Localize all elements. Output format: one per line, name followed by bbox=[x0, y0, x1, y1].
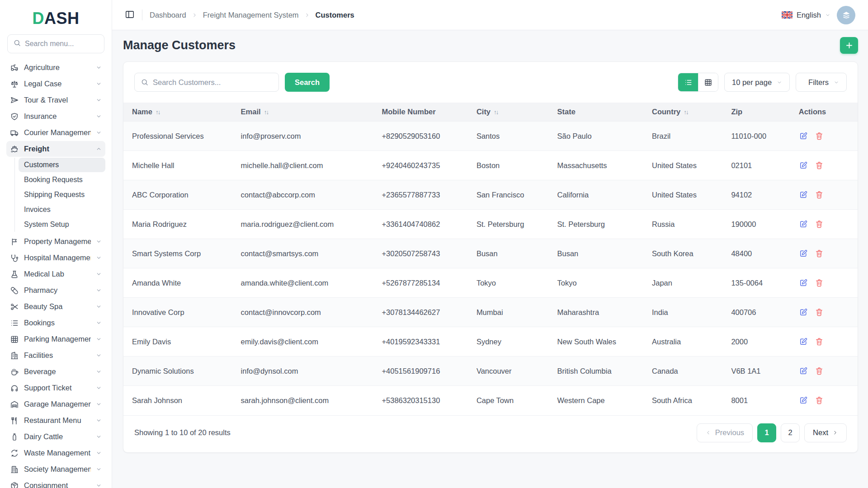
delete-button[interactable] bbox=[815, 396, 824, 405]
edit-icon bbox=[799, 131, 808, 141]
sort-icon[interactable]: ↑↓ bbox=[156, 109, 160, 116]
cell-email: info@proserv.com bbox=[234, 122, 375, 151]
user-avatar[interactable] bbox=[837, 6, 855, 24]
next-page-button[interactable]: Next bbox=[804, 423, 847, 442]
sidebar-item-property-management[interactable]: Property Management bbox=[6, 234, 105, 249]
edit-icon bbox=[799, 337, 808, 346]
sidebar-item-hospital-management[interactable]: Hospital Management bbox=[6, 250, 105, 266]
edit-button[interactable] bbox=[799, 161, 808, 170]
breadcrumb-freight-management-system[interactable]: Freight Management System bbox=[203, 11, 299, 19]
edit-button[interactable] bbox=[799, 249, 808, 258]
box-icon bbox=[10, 481, 19, 488]
edit-button[interactable] bbox=[799, 308, 808, 317]
delete-button[interactable] bbox=[815, 249, 824, 258]
edit-button[interactable] bbox=[799, 366, 808, 375]
grid-view-button[interactable] bbox=[698, 73, 718, 91]
sidebar-item-pharmacy[interactable]: Pharmacy bbox=[6, 282, 105, 298]
page-2-button[interactable]: 2 bbox=[781, 423, 800, 442]
sidebar-item-label: Medical Lab bbox=[24, 270, 91, 278]
sidebar-item-beauty-spa[interactable]: Beauty Spa bbox=[6, 299, 105, 314]
chevron-down-icon bbox=[96, 271, 102, 277]
sidebar-item-courier-management[interactable]: Courier Management bbox=[6, 125, 105, 141]
add-customer-button[interactable] bbox=[840, 37, 858, 54]
customers-search-input[interactable] bbox=[153, 78, 273, 87]
sidebar-item-beverage[interactable]: Beverage bbox=[6, 364, 105, 380]
sidebar-item-agriculture[interactable]: Agriculture bbox=[6, 60, 105, 75]
sidebar-item-support-ticket[interactable]: Support Ticket bbox=[6, 380, 105, 396]
search-button[interactable]: Search bbox=[285, 73, 330, 92]
delete-button[interactable] bbox=[815, 190, 824, 199]
sidebar-item-garage-management[interactable]: Garage Management bbox=[6, 396, 105, 412]
edit-icon bbox=[799, 220, 808, 229]
sidebar-item-dairy-cattle[interactable]: Dairy Cattle bbox=[6, 429, 105, 445]
menu-search-input[interactable] bbox=[25, 40, 99, 48]
sidebar-item-facilities[interactable]: Facilities bbox=[6, 347, 105, 363]
previous-page-button[interactable]: Previous bbox=[697, 423, 753, 442]
edit-button[interactable] bbox=[799, 278, 808, 287]
column-label: City bbox=[476, 108, 491, 116]
delete-button[interactable] bbox=[815, 131, 824, 141]
app-root: DASH AgricultureLegal CaseTour & TravelI… bbox=[0, 0, 868, 488]
sidebar-item-label: Agriculture bbox=[24, 63, 91, 72]
page-1-button[interactable]: 1 bbox=[757, 423, 776, 442]
edit-button[interactable] bbox=[799, 220, 808, 229]
sidebar-subitem-system-setup[interactable]: System Setup bbox=[19, 217, 105, 232]
sort-icon[interactable]: ↑↓ bbox=[264, 109, 269, 116]
language-selector[interactable]: English bbox=[778, 11, 830, 19]
delete-button[interactable] bbox=[815, 337, 824, 346]
edit-button[interactable] bbox=[799, 190, 808, 199]
delete-button[interactable] bbox=[815, 161, 824, 170]
table-body: Professional Servicesinfo@proserv.com+82… bbox=[123, 122, 858, 415]
edit-icon bbox=[799, 366, 808, 375]
sort-icon[interactable]: ↑↓ bbox=[684, 109, 688, 116]
delete-button[interactable] bbox=[815, 308, 824, 317]
chevron-down-icon bbox=[96, 385, 102, 391]
column-label: Country bbox=[652, 108, 680, 116]
sidebar-subitem-booking-requests[interactable]: Booking Requests bbox=[19, 173, 105, 187]
filters-button[interactable]: Filters bbox=[796, 73, 847, 92]
edit-button[interactable] bbox=[799, 131, 808, 141]
edit-button[interactable] bbox=[799, 396, 808, 405]
column-header-country[interactable]: Country↑↓ bbox=[645, 103, 724, 122]
edit-icon bbox=[799, 278, 808, 287]
cell-state: São Paulo bbox=[550, 122, 645, 151]
per-page-select[interactable]: 10 per page bbox=[724, 73, 790, 92]
sidebar-item-society-management[interactable]: Society Management bbox=[6, 461, 105, 477]
sidebar-item-legal-case[interactable]: Legal Case bbox=[6, 76, 105, 92]
sidebar-toggle-button[interactable] bbox=[125, 9, 135, 21]
sidebar-item-waste-management[interactable]: Waste Management bbox=[6, 445, 105, 461]
cell-mobile-number: +2365577887733 bbox=[374, 180, 469, 210]
sidebar-item-medical-lab[interactable]: Medical Lab bbox=[6, 266, 105, 282]
previous-label: Previous bbox=[715, 428, 744, 437]
brand-logo[interactable]: DASH bbox=[5, 6, 106, 34]
sidebar-item-label: Tour & Travel bbox=[24, 96, 91, 104]
delete-button[interactable] bbox=[815, 278, 824, 287]
cell-state: Massachusetts bbox=[550, 151, 645, 180]
row-actions bbox=[799, 220, 850, 229]
column-header-name[interactable]: Name↑↓ bbox=[123, 103, 234, 122]
delete-button[interactable] bbox=[815, 366, 824, 375]
table-row: Emily Davisemily.davis@client.com+401959… bbox=[123, 327, 858, 357]
cell-state: British Columbia bbox=[550, 357, 645, 386]
sidebar-subitem-shipping-requests[interactable]: Shipping Requests bbox=[19, 188, 105, 202]
sidebar-item-parking-management[interactable]: Parking Management bbox=[6, 331, 105, 347]
cup-icon bbox=[10, 367, 19, 376]
sidebar-item-label: Freight bbox=[24, 145, 91, 153]
sidebar-item-consignment[interactable]: Consignment bbox=[6, 478, 105, 488]
sidebar-item-freight[interactable]: Freight bbox=[6, 141, 105, 157]
sort-icon[interactable]: ↑↓ bbox=[494, 109, 498, 116]
delete-button[interactable] bbox=[815, 220, 824, 229]
sidebar-subitem-customers[interactable]: Customers bbox=[19, 158, 105, 172]
column-header-city[interactable]: City↑↓ bbox=[469, 103, 550, 122]
sidebar-item-tour-travel[interactable]: Tour & Travel bbox=[6, 92, 105, 108]
sidebar-item-label: Pharmacy bbox=[24, 286, 91, 295]
breadcrumb-dashboard[interactable]: Dashboard bbox=[150, 11, 186, 19]
sidebar-item-bookings[interactable]: Bookings bbox=[6, 315, 105, 331]
edit-button[interactable] bbox=[799, 337, 808, 346]
sidebar-item-restaurant-menu[interactable]: Restaurant Menu bbox=[6, 413, 105, 428]
column-header-email[interactable]: Email↑↓ bbox=[234, 103, 375, 122]
cell-mobile-number: +5386320315130 bbox=[374, 386, 469, 415]
sidebar-item-insurance[interactable]: Insurance bbox=[6, 108, 105, 124]
list-view-button[interactable] bbox=[678, 73, 698, 91]
sidebar-subitem-invoices[interactable]: Invoices bbox=[19, 202, 105, 217]
